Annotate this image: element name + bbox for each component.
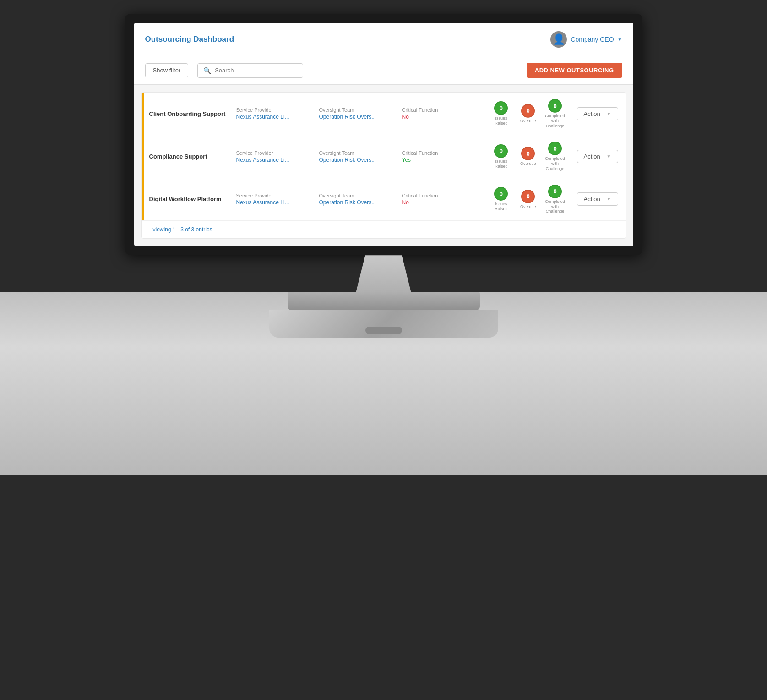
oversight-label: Oversight Team xyxy=(319,107,402,113)
row-name: Compliance Support xyxy=(149,153,236,160)
table-row: Digital Workflow PlatformService Provide… xyxy=(142,178,626,221)
badge-item-2: 0 Completed with Challenge xyxy=(543,185,568,214)
critical-label: Critical Function xyxy=(402,193,485,198)
badge-item-1: 0 Overdue xyxy=(520,190,536,209)
oversight-value[interactable]: Operation Risk Overs... xyxy=(319,114,402,120)
row-oversight: Oversight Team Operation Risk Overs... xyxy=(319,107,402,120)
row-name: Digital Workflow Platform xyxy=(149,196,236,202)
action-chevron-icon: ▼ xyxy=(607,197,611,202)
badge-circle: 0 xyxy=(548,142,562,155)
monitor: Outsourcing Dashboard 👤 Company CEO ▼ Sh… xyxy=(125,14,642,255)
provider-label: Service Provider xyxy=(236,107,319,113)
badge-item-1: 0 Overdue xyxy=(520,104,536,124)
oversight-label: Oversight Team xyxy=(319,193,402,198)
add-outsourcing-button[interactable]: ADD NEW OUTSOURCING xyxy=(527,63,622,78)
data-table: Client Onboarding SupportService Provide… xyxy=(142,93,626,221)
user-name: Company CEO xyxy=(571,36,614,43)
avatar: 👤 xyxy=(550,31,567,48)
row-provider: Service Provider Nexus Assurance Li... xyxy=(236,150,319,163)
badge-label: Completed with Challenge xyxy=(543,114,568,128)
app-header: Outsourcing Dashboard 👤 Company CEO ▼ xyxy=(134,23,633,56)
critical-value: No xyxy=(402,114,485,120)
action-button[interactable]: Action ▼ xyxy=(577,192,618,206)
badge-circle: 0 xyxy=(521,147,535,160)
provider-value[interactable]: Nexus Assurance Li... xyxy=(236,199,319,206)
provider-label: Service Provider xyxy=(236,150,319,156)
page-title: Outsourcing Dashboard xyxy=(145,35,234,44)
stand-neck xyxy=(338,255,430,292)
provider-value[interactable]: Nexus Assurance Li... xyxy=(236,157,319,163)
show-filter-button[interactable]: Show filter xyxy=(145,63,189,77)
critical-label: Critical Function xyxy=(402,150,485,156)
badges-group: 0 Issues Raised 0 Overdue 0 Completed wi… xyxy=(485,185,568,214)
chevron-down-icon: ▼ xyxy=(618,37,622,42)
provider-value[interactable]: Nexus Assurance Li... xyxy=(236,114,319,120)
badges-group: 0 Issues Raised 0 Overdue 0 Completed wi… xyxy=(485,142,568,171)
badge-label: Overdue xyxy=(520,204,536,209)
badge-item-1: 0 Overdue xyxy=(520,147,536,166)
badge-label: Completed with Challenge xyxy=(543,156,568,171)
badge-label: Completed with Challenge xyxy=(543,199,568,214)
action-label: Action xyxy=(584,153,600,160)
table-row: Client Onboarding SupportService Provide… xyxy=(142,93,626,135)
badge-label: Issues Raised xyxy=(489,116,514,126)
action-button[interactable]: Action ▼ xyxy=(577,107,618,120)
row-name: Client Onboarding Support xyxy=(149,110,236,117)
badge-circle: 0 xyxy=(521,190,535,203)
badge-circle: 0 xyxy=(548,99,562,113)
badge-item-0: 0 Issues Raised xyxy=(489,187,514,212)
row-critical: Critical Function No xyxy=(402,107,485,120)
action-chevron-icon: ▼ xyxy=(607,111,611,116)
badge-item-0: 0 Issues Raised xyxy=(489,144,514,169)
oversight-value[interactable]: Operation Risk Overs... xyxy=(319,157,402,163)
oversight-label: Oversight Team xyxy=(319,150,402,156)
critical-value: Yes xyxy=(402,157,485,163)
action-label: Action xyxy=(584,110,600,117)
badges-group: 0 Issues Raised 0 Overdue 0 Completed wi… xyxy=(485,99,568,128)
badge-label: Overdue xyxy=(520,161,536,166)
row-oversight: Oversight Team Operation Risk Overs... xyxy=(319,150,402,163)
stand-foot xyxy=(269,310,498,338)
badge-item-2: 0 Completed with Challenge xyxy=(543,142,568,171)
monitor-stand xyxy=(338,255,430,292)
search-box: 🔍 xyxy=(197,63,303,78)
row-oversight: Oversight Team Operation Risk Overs... xyxy=(319,193,402,206)
badge-circle: 0 xyxy=(548,185,562,198)
row-provider: Service Provider Nexus Assurance Li... xyxy=(236,107,319,120)
user-menu[interactable]: 👤 Company CEO ▼ xyxy=(550,31,622,48)
badge-circle: 0 xyxy=(521,104,535,118)
table-footer: viewing 1 - 3 of 3 entries xyxy=(142,221,626,238)
badge-item-0: 0 Issues Raised xyxy=(489,101,514,126)
critical-value: No xyxy=(402,199,485,206)
badge-label: Issues Raised xyxy=(489,202,514,212)
provider-label: Service Provider xyxy=(236,193,319,198)
badge-circle: 0 xyxy=(494,101,508,115)
table-row: Compliance SupportService Provider Nexus… xyxy=(142,135,626,178)
row-critical: Critical Function No xyxy=(402,193,485,206)
badge-label: Overdue xyxy=(520,119,536,124)
main-content: Client Onboarding SupportService Provide… xyxy=(141,92,626,239)
stand-base xyxy=(288,292,480,310)
screen: Outsourcing Dashboard 👤 Company CEO ▼ Sh… xyxy=(134,23,633,246)
action-label: Action xyxy=(584,196,600,202)
search-input[interactable] xyxy=(215,67,297,74)
row-provider: Service Provider Nexus Assurance Li... xyxy=(236,193,319,206)
badge-circle: 0 xyxy=(494,144,508,158)
badge-label: Issues Raised xyxy=(489,159,514,169)
badge-item-2: 0 Completed with Challenge xyxy=(543,99,568,128)
row-critical: Critical Function Yes xyxy=(402,150,485,163)
action-chevron-icon: ▼ xyxy=(607,154,611,159)
desk-surface xyxy=(0,292,767,475)
toolbar: Show filter 🔍 ADD NEW OUTSOURCING xyxy=(134,56,633,85)
oversight-value[interactable]: Operation Risk Overs... xyxy=(319,199,402,206)
search-icon: 🔍 xyxy=(203,67,211,74)
action-button[interactable]: Action ▼ xyxy=(577,150,618,163)
critical-label: Critical Function xyxy=(402,107,485,113)
badge-circle: 0 xyxy=(494,187,508,201)
